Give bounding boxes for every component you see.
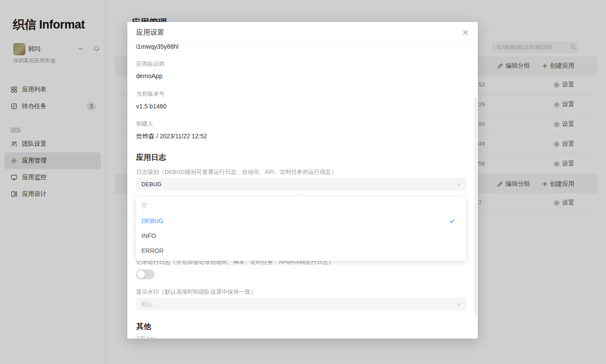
section-heading-other: 其他 [136, 321, 151, 332]
dropdown-option-empty[interactable]: 空 [136, 198, 466, 213]
dropdown-option-info[interactable]: INFO [136, 228, 466, 243]
field-value: demoApp [136, 72, 162, 79]
chevron-down-icon [456, 182, 462, 187]
modal-body: i1mwqy35y88hl 应用标识符 demoApp 当前版本号 v1.5 b… [127, 43, 478, 338]
modal-title: 应用设置 [136, 28, 164, 37]
close-icon[interactable] [461, 28, 470, 37]
log-level-label: 日志级别（DEBUG级别可查看运行日志、自动化、API、定时任务的运行信息） [136, 168, 337, 176]
app-settings-modal: 应用设置 i1mwqy35y88hl 应用标识符 demoApp 当前版本号 v… [127, 22, 478, 339]
field-value: 曾烨森 / 2023/11/22 12:52 [136, 133, 207, 141]
modal-scrollbar[interactable] [474, 97, 477, 315]
toggle-knob [137, 270, 145, 278]
log-level-select[interactable]: DEBUG [136, 178, 467, 191]
api-key-label: API key [136, 335, 156, 338]
watermark-label: 显示水印（默认选项时和团队设置中保持一致） [136, 288, 256, 296]
watermark-value: 默认 [141, 300, 153, 308]
section-heading-app-log: 应用日志 [136, 152, 166, 162]
field-value: v1.5 b1460 [136, 103, 166, 110]
field-label: 应用标识符 [136, 60, 165, 68]
log-level-value: DEBUG [141, 181, 162, 187]
log-level-dropdown: 空 DEBUG INFO ERROR [136, 197, 466, 261]
check-icon [449, 218, 455, 224]
dropdown-option-error[interactable]: ERROR [136, 243, 466, 258]
modal-header: 应用设置 [127, 22, 478, 43]
field-label: 当前版本号 [136, 90, 165, 98]
field-label: 创建人 [136, 120, 153, 128]
chevron-down-icon [456, 302, 462, 307]
watermark-select[interactable]: 默认 [136, 298, 467, 310]
record-log-toggle[interactable] [136, 270, 155, 279]
app-window: 织信 Informat 郭闫 深圳基石应用市场 应用列表 [0, 0, 606, 364]
app-id-value: i1mwqy35y88hl [136, 43, 179, 50]
dropdown-option-debug[interactable]: DEBUG [136, 213, 466, 228]
